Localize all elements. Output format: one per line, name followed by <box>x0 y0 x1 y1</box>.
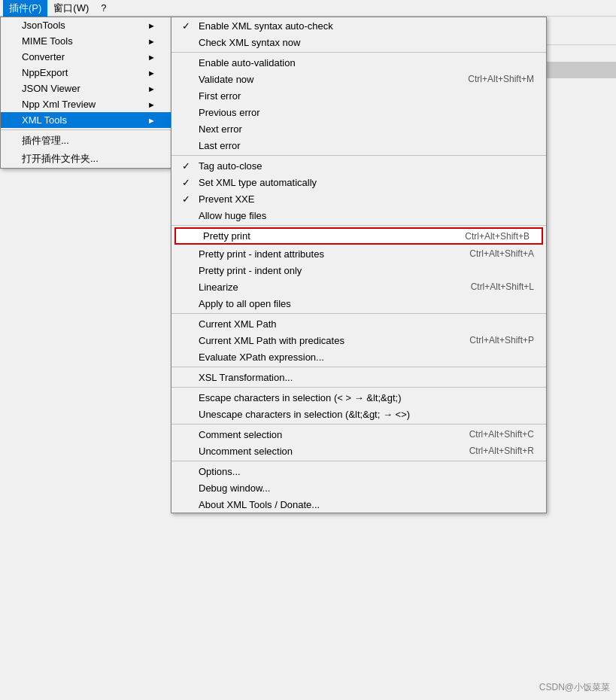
xml-menu-uncomment[interactable]: Uncomment selection Ctrl+Alt+Shift+R <box>171 443 546 459</box>
xml-divider-4 <box>171 313 546 314</box>
menu-item-plugin-folder[interactable]: 打开插件文件夹... <box>1 150 171 168</box>
xml-submenu: ✓ Enable XML syntax auto-check Check XML… <box>171 17 547 513</box>
xml-menu-pretty-indent-only-label: Pretty print - indent only <box>199 265 302 276</box>
menubar-window[interactable]: 窗口(W) <box>47 0 95 17</box>
xml-menu-linearize-label: Linearize <box>199 282 238 293</box>
menu-item-xmltools[interactable]: XML Tools ► <box>1 112 171 128</box>
xml-menu-first-error[interactable]: First error <box>171 87 546 104</box>
arrow-icon: ► <box>147 21 156 30</box>
xml-menu-linearize[interactable]: Linearize Ctrl+Alt+Shift+L <box>171 278 546 295</box>
xml-menu-prev-error-label: Previous error <box>199 107 260 118</box>
xml-menu-prev-error[interactable]: Previous error <box>171 104 546 120</box>
xml-menu-comment-shortcut: Ctrl+Alt+Shift+C <box>469 429 534 440</box>
arrow-icon: ► <box>147 68 156 78</box>
xml-menu-debug[interactable]: Debug window... <box>171 479 546 496</box>
xml-divider-6 <box>171 387 546 388</box>
xml-menu-pretty-indent-only[interactable]: Pretty print - indent only <box>171 262 546 278</box>
arrow-icon: ► <box>147 84 156 93</box>
menu-item-jsonviewer-label: JSON Viewer <box>22 83 80 94</box>
xml-menu-about-label: About XML Tools / Donate... <box>199 499 320 510</box>
xml-menu-unescape[interactable]: Unescape characters in selection (&lt;&g… <box>171 406 546 422</box>
menu-item-converter-label: Converter <box>22 51 65 62</box>
menu-divider-1 <box>1 129 171 130</box>
menu-item-nppexport[interactable]: NppExport ► <box>1 65 171 81</box>
watermark-text: CSDN@小饭菜菜 <box>539 682 610 692</box>
xml-menu-escape-label: Escape characters in selection (< > → &l… <box>199 392 402 403</box>
menubar: 插件(P) 窗口(W) ? <box>0 0 616 17</box>
xml-menu-validate-now[interactable]: Validate now Ctrl+Alt+Shift+M <box>171 71 546 87</box>
check-icon: ✓ <box>182 177 190 188</box>
xml-menu-xsl-transform-label: XSL Transformation... <box>199 372 293 383</box>
xml-menu-apply-all-label: Apply to all open files <box>199 298 291 309</box>
xml-divider-3 <box>171 225 546 226</box>
arrow-icon: ► <box>147 116 156 125</box>
xml-menu-allow-huge[interactable]: Allow huge files <box>171 207 546 224</box>
xml-menu-current-path[interactable]: Current XML Path <box>171 315 546 332</box>
xml-menu-set-type[interactable]: ✓ Set XML type automatically <box>171 174 546 190</box>
menu-item-converter[interactable]: Converter ► <box>1 49 171 65</box>
xml-menu-apply-all[interactable]: Apply to all open files <box>171 295 546 312</box>
plugin-menu: JsonTools ► MIME Tools ► Converter ► Npp… <box>0 17 171 169</box>
xml-menu-next-error[interactable]: Next error <box>171 120 546 137</box>
xml-menu-check-syntax[interactable]: Check XML syntax now <box>171 34 546 50</box>
xml-menu-evaluate-xpath[interactable]: Evaluate XPath expression... <box>171 348 546 365</box>
menubar-plugins[interactable]: 插件(P) <box>3 0 47 17</box>
xml-divider-8 <box>171 461 546 461</box>
xml-menu-options-label: Options... <box>199 466 241 477</box>
xml-menu-comment-label: Comment selection <box>199 429 282 440</box>
xml-menu-tag-autoclose[interactable]: ✓ Tag auto-close <box>171 157 546 174</box>
menu-item-jsontools[interactable]: JsonTools ► <box>1 17 171 33</box>
xml-menu-prevent-xxe-label: Prevent XXE <box>199 193 254 205</box>
watermark: CSDN@小饭菜菜 <box>539 681 610 694</box>
xml-menu-xsl-transform[interactable]: XSL Transformation... <box>171 369 546 385</box>
xml-menu-pretty-print[interactable]: Pretty print Ctrl+Alt+Shift+B <box>174 227 543 245</box>
xml-menu-escape[interactable]: Escape characters in selection (< > → &l… <box>171 389 546 406</box>
menu-item-jsontools-label: JsonTools <box>22 20 65 31</box>
xml-menu-uncomment-shortcut: Ctrl+Alt+Shift+R <box>469 446 534 456</box>
xml-menu-enable-validation[interactable]: Enable auto-validation <box>171 54 546 71</box>
menu-item-jsonviewer[interactable]: JSON Viewer ► <box>1 81 171 96</box>
menu-item-nppxml[interactable]: Npp Xml Treview ► <box>1 96 171 112</box>
xml-menu-tag-autoclose-label: Tag auto-close <box>199 160 262 172</box>
arrow-icon: ► <box>147 37 156 46</box>
xml-menu-debug-label: Debug window... <box>199 482 270 494</box>
xml-menu-first-error-label: First error <box>199 90 241 102</box>
xml-menu-current-path-label: Current XML Path <box>199 318 277 330</box>
xml-menu-current-path-pred[interactable]: Current XML Path with predicates Ctrl+Al… <box>171 332 546 348</box>
xml-menu-enable-syntax[interactable]: ✓ Enable XML syntax auto-check <box>171 17 546 34</box>
xml-menu-comment[interactable]: Comment selection Ctrl+Alt+Shift+C <box>171 426 546 443</box>
xml-menu-prevent-xxe[interactable]: ✓ Prevent XXE <box>171 190 546 207</box>
xml-menu-check-syntax-label: Check XML syntax now <box>199 37 300 48</box>
menu-item-mimetools[interactable]: MIME Tools ► <box>1 33 171 49</box>
arrow-icon: ► <box>147 53 156 62</box>
xml-menu-evaluate-xpath-label: Evaluate XPath expression... <box>199 352 324 363</box>
menu-item-plugin-folder-label: 打开插件文件夹... <box>22 152 99 166</box>
menu-item-plugin-manage[interactable]: 插件管理... <box>1 132 171 150</box>
xml-menu-pretty-indent-attr[interactable]: Pretty print - indent attributes Ctrl+Al… <box>171 245 546 262</box>
xml-menu-validate-now-shortcut: Ctrl+Alt+Shift+M <box>468 74 534 84</box>
menu-item-mimetools-label: MIME Tools <box>22 35 73 47</box>
xml-divider-7 <box>171 424 546 425</box>
xml-menu-unescape-label: Unescape characters in selection (&lt;&g… <box>199 409 410 420</box>
xml-menu-pretty-print-label: Pretty print <box>203 230 250 242</box>
check-icon: ✓ <box>182 20 190 32</box>
xml-menu-about[interactable]: About XML Tools / Donate... <box>171 496 546 513</box>
xml-menu-uncomment-label: Uncomment selection <box>199 446 293 457</box>
menu-item-nppxml-label: Npp Xml Treview <box>22 99 96 110</box>
menubar-help[interactable]: ? <box>95 1 112 15</box>
xml-menu-options[interactable]: Options... <box>171 463 546 479</box>
xml-menu-enable-validation-label: Enable auto-validation <box>199 57 296 68</box>
xml-menu-validate-now-label: Validate now <box>199 74 253 85</box>
xml-menu-pretty-indent-attr-shortcut: Ctrl+Alt+Shift+A <box>469 248 534 259</box>
xml-menu-next-error-label: Next error <box>199 123 242 135</box>
menu-item-xmltools-label: XML Tools <box>22 114 67 126</box>
xml-menu-last-error[interactable]: Last error <box>171 137 546 154</box>
menu-item-plugin-manage-label: 插件管理... <box>22 134 69 148</box>
xml-divider-5 <box>171 367 546 367</box>
menu-item-nppexport-label: NppExport <box>22 67 68 78</box>
xml-menu-current-path-pred-shortcut: Ctrl+Alt+Shift+P <box>469 335 534 345</box>
xml-menu-pretty-indent-attr-label: Pretty print - indent attributes <box>199 248 324 260</box>
xml-menu-linearize-shortcut: Ctrl+Alt+Shift+L <box>471 282 534 292</box>
xml-menu-enable-syntax-label: Enable XML syntax auto-check <box>199 20 333 32</box>
xml-menu-set-type-label: Set XML type automatically <box>199 177 317 188</box>
